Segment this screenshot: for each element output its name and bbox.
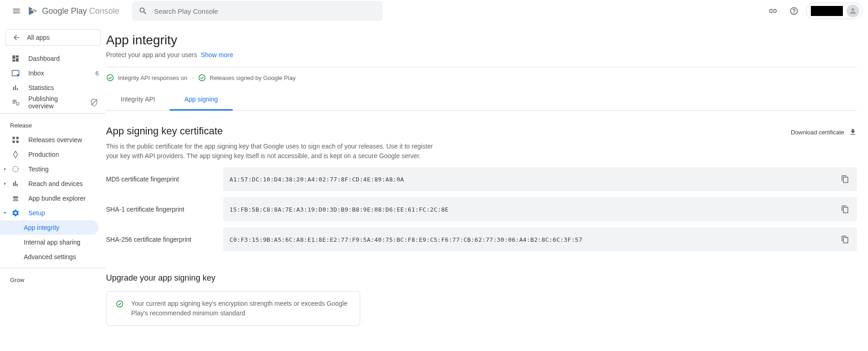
page-title: App integrity [106, 33, 857, 48]
help-icon [789, 6, 799, 16]
sidebar-item-label: Testing [28, 165, 99, 173]
svg-point-1 [16, 102, 19, 105]
sidebar-item-label: Publishing overview [28, 95, 81, 110]
help-button[interactable] [785, 2, 803, 20]
upgrade-info-text: Your current app signing key's encryptio… [131, 299, 351, 318]
svg-rect-3 [12, 137, 15, 139]
search-icon [138, 6, 148, 16]
status-releases-signed: Releases signed by Google Play [198, 74, 296, 82]
bundle-icon [11, 194, 20, 202]
svg-point-9 [199, 74, 205, 81]
status-separator [192, 77, 193, 79]
production-icon [11, 150, 20, 159]
sidebar-item-reach-devices[interactable]: Reach and devices [0, 176, 106, 191]
sidebar-item-label: Dashboard [28, 55, 99, 62]
upgrade-info-card: Your current app signing key's encryptio… [106, 291, 360, 326]
svg-rect-5 [12, 141, 15, 143]
play-console-logo-icon [27, 5, 38, 16]
fingerprint-value: 15:FB:5B:C8:8A:7E:A3:19:D0:3D:B9:B8:9E:0… [229, 206, 448, 213]
fingerprint-box-sha1: 15:FB:5B:C8:8A:7E:A3:19:D0:3D:B9:B8:9E:0… [223, 197, 857, 221]
search-box[interactable] [132, 1, 383, 21]
sidebar-item-label: Internal app sharing [24, 239, 99, 246]
sidebar-item-testing[interactable]: Testing [0, 162, 106, 176]
caret-right-icon [3, 167, 7, 171]
section-description: This is the public certificate for the a… [106, 142, 435, 161]
link-icon [768, 6, 777, 16]
avatar [847, 5, 859, 17]
sidebar-item-inbox[interactable]: Inbox 6 [0, 66, 106, 80]
check-circle-icon [116, 300, 124, 308]
fingerprint-label-sha1: SHA-1 certificate fingerprint [106, 206, 223, 213]
tab-app-signing[interactable]: App signing [170, 90, 232, 111]
search-input[interactable] [154, 7, 376, 15]
fingerprint-value: C0:F3:15:9B:A5:6C:A8:E1:8E:E2:77:F9:5A:4… [229, 236, 582, 243]
sidebar-item-label: App bundle explorer [28, 195, 99, 202]
sidebar-item-releases-overview[interactable]: Releases overview [0, 133, 106, 147]
logo[interactable]: Google Play Console [27, 5, 119, 16]
sidebar-item-label: Production [28, 151, 99, 158]
section-title: App signing key certificate [106, 125, 223, 137]
sidebar-item-app-bundle[interactable]: App bundle explorer [0, 191, 106, 206]
inbox-icon [11, 69, 20, 77]
link-button[interactable] [764, 2, 782, 20]
sidebar-item-publishing-overview[interactable]: Publishing overview [0, 95, 106, 110]
fingerprint-box-md5: A1:57:DC:10:D4:38:20:A4:02:77:8F:CD:4E:8… [223, 167, 857, 191]
svg-point-0 [17, 74, 19, 76]
page-subtitle: Protect your app and your users [106, 51, 197, 58]
show-more-link[interactable]: Show more [201, 51, 233, 58]
sidebar-item-advanced-settings[interactable]: Advanced settings [0, 250, 106, 264]
sidebar-item-statistics[interactable]: Statistics [0, 80, 106, 95]
sidebar-section-grow: Grow [0, 272, 106, 287]
inbox-count: 6 [96, 70, 99, 77]
check-circle-icon [106, 74, 114, 82]
sidebar-item-label: Advanced settings [24, 253, 99, 261]
arrow-back-icon [12, 33, 21, 42]
upgrade-section-title: Upgrade your app signing key [106, 273, 857, 283]
status-integrity-api: Integrity API responses on [106, 74, 187, 82]
gear-icon [11, 209, 20, 217]
publishing-icon [11, 98, 20, 106]
statistics-icon [11, 84, 20, 92]
sidebar-item-label: Setup [28, 209, 99, 217]
copy-button-sha256[interactable] [840, 234, 851, 245]
fingerprint-label-sha256: SHA-256 certificate fingerprint [106, 236, 223, 243]
fingerprint-label-md5: MD5 certificate fingerprint [106, 176, 223, 183]
svg-rect-6 [16, 141, 19, 143]
copy-button-md5[interactable] [840, 174, 851, 185]
tab-integrity-api[interactable]: Integrity API [106, 90, 170, 111]
copy-button-sha1[interactable] [840, 204, 851, 215]
avatar-icon [849, 7, 857, 15]
hamburger-menu[interactable] [5, 0, 27, 22]
testing-icon [11, 165, 20, 173]
account-chip[interactable] [806, 3, 863, 19]
menu-icon [12, 6, 21, 16]
sidebar-item-app-integrity[interactable]: App integrity [0, 220, 99, 235]
fingerprint-box-sha256: C0:F3:15:9B:A5:6C:A8:E1:8E:E2:77:F9:5A:4… [223, 228, 857, 251]
download-certificate-button[interactable]: Download certificate [791, 128, 857, 136]
sidebar-item-label: Inbox [28, 69, 87, 77]
all-apps-button[interactable]: All apps [5, 29, 101, 46]
dashboard-icon [11, 54, 20, 63]
sidebar-item-setup[interactable]: Setup [0, 206, 106, 220]
managed-off-icon [90, 98, 98, 106]
sidebar-item-label: Reach and devices [28, 180, 99, 187]
sidebar-item-internal-sharing[interactable]: Internal app sharing [0, 235, 106, 250]
svg-point-7 [13, 166, 18, 172]
sidebar-item-label: App integrity [24, 224, 91, 231]
releases-icon [11, 136, 20, 144]
logo-text: Google Play Console [42, 6, 119, 16]
tabs: Integrity API App signing [106, 90, 857, 111]
all-apps-label: All apps [27, 34, 50, 41]
check-circle-icon [198, 74, 206, 82]
sidebar-item-production[interactable]: Production [0, 147, 106, 162]
caret-right-icon [3, 181, 7, 186]
caret-down-icon [3, 211, 7, 215]
fingerprint-value: A1:57:DC:10:D4:38:20:A4:02:77:8F:CD:4E:8… [229, 176, 404, 183]
sidebar-section-release: Release [0, 117, 106, 133]
sidebar-item-dashboard[interactable]: Dashboard [0, 51, 106, 66]
sidebar-item-label: Statistics [28, 84, 99, 91]
svg-point-8 [107, 74, 113, 81]
copy-icon [841, 205, 849, 213]
sidebar-item-label: Releases overview [28, 136, 99, 144]
copy-icon [841, 235, 849, 244]
